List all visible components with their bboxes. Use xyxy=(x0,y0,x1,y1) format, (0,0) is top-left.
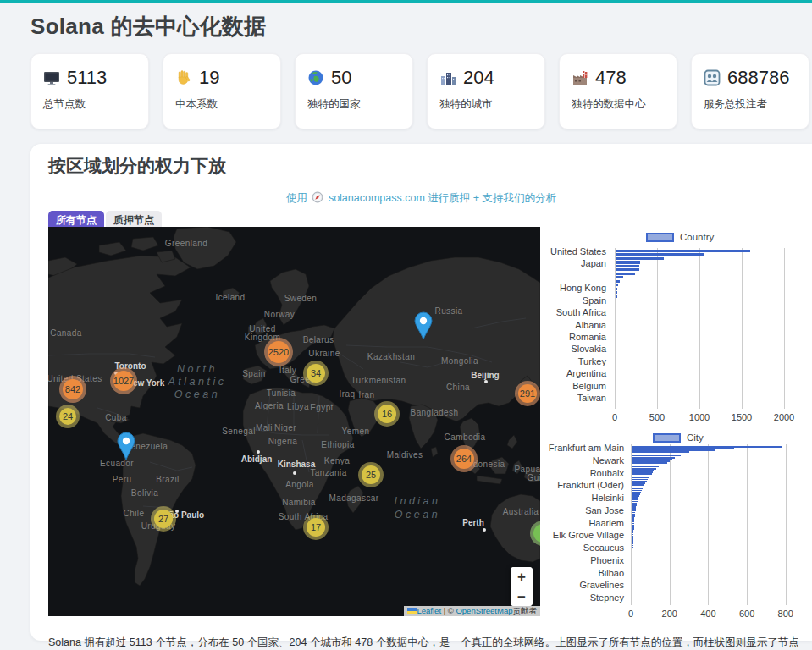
zoom-in-button[interactable]: + xyxy=(511,567,533,587)
country-legend-label: Country xyxy=(680,232,714,242)
map-label: Spain xyxy=(242,369,266,378)
stake-link[interactable]: 使用 solanacompass.com 进行质押 + 支持我们的分析 xyxy=(30,191,812,206)
city-dot xyxy=(484,380,488,383)
y-axis-category-label: Albania xyxy=(575,320,606,330)
marker-cluster[interactable]: 291 xyxy=(515,381,540,406)
bar xyxy=(616,314,616,317)
osm-link[interactable]: OpenStreetMap xyxy=(456,606,512,615)
x-axis-tick-label: 2000 xyxy=(774,412,794,422)
cluster-count: 2520 xyxy=(268,341,290,363)
bar xyxy=(616,322,616,324)
marker-cluster[interactable]: 264 xyxy=(450,445,478,472)
x-axis-tick-label: 1500 xyxy=(732,412,752,422)
map-label: Russia xyxy=(435,306,463,316)
stat-label: 独特的数据中心 xyxy=(572,97,665,112)
map-label: Bangladesh xyxy=(411,408,459,417)
bar xyxy=(616,382,616,384)
bar xyxy=(616,348,616,350)
bar xyxy=(616,295,617,297)
city-chart-legend: City xyxy=(653,432,704,443)
stake-link-prefix: 使用 xyxy=(286,192,307,204)
map-label: Indian xyxy=(394,495,440,507)
factory-icon xyxy=(572,69,588,86)
map-label: Italy xyxy=(279,366,296,375)
bar xyxy=(616,273,635,275)
stake-link-url[interactable]: solanacompass.com xyxy=(329,192,425,204)
leaflet-link[interactable]: Leaflet xyxy=(417,606,442,615)
marker-cluster[interactable]: 27 xyxy=(151,506,176,532)
section-title: 按区域划分的权力下放 xyxy=(48,154,226,178)
map-label: Chile xyxy=(124,509,145,518)
map-label: Peru xyxy=(113,475,132,484)
map-label: Senegal xyxy=(222,427,256,436)
stat-value: 204 xyxy=(463,67,494,89)
map-label: Ocean xyxy=(174,388,220,400)
marker-cluster[interactable]: 17 xyxy=(303,515,329,540)
x-axis-tick-label: 0 xyxy=(612,412,617,422)
y-axis-category-label: Frankfurt (Oder) xyxy=(557,480,624,490)
cluster-count: 27 xyxy=(154,510,173,528)
x-axis-tick-label: 200 xyxy=(662,609,677,619)
summary-caption: Solana 拥有超过 5113 个节点，分布在 50 个国家、204 个城市和… xyxy=(48,636,802,650)
map-label: Cuba xyxy=(105,413,127,422)
map-label: Turkmenistan xyxy=(351,376,406,385)
chart-gridline xyxy=(742,248,743,409)
chart-gridline xyxy=(784,248,785,409)
bar xyxy=(616,268,639,271)
stat-card-4: 478独特的数据中心 xyxy=(559,53,677,129)
y-axis-category-label: Secaucus xyxy=(583,543,624,553)
chart-gridline xyxy=(657,248,658,409)
y-axis-category-label: Turkey xyxy=(578,356,606,366)
y-axis-category-label: Frankfurt am Main xyxy=(549,443,624,453)
chart-gridline xyxy=(699,248,700,409)
map-label: Ethiopia xyxy=(321,440,354,449)
y-axis-category-label: Romania xyxy=(569,332,606,342)
top-accent-bar xyxy=(0,0,812,3)
marker-cluster[interactable]: 25 xyxy=(358,462,384,488)
bar xyxy=(616,291,617,294)
y-axis-category-label: Bilbao xyxy=(598,568,624,578)
map-label: Ukraine xyxy=(308,349,340,358)
y-axis-category-label: Japan xyxy=(581,258,606,268)
bar xyxy=(616,265,639,267)
world-map[interactable]: GreenlandIcelandNorwaySwedenCanadaUnited… xyxy=(48,227,540,616)
zoom-out-button[interactable]: − xyxy=(511,587,533,606)
y-axis-category-label: Elk Grove Village xyxy=(553,530,624,540)
bar xyxy=(616,404,616,406)
map-label: Tunisia xyxy=(267,388,296,398)
marker-cluster[interactable]: 1027 xyxy=(110,367,137,394)
map-label: Mali xyxy=(256,423,273,432)
cluster-count: 264 xyxy=(454,449,474,469)
marker-cluster[interactable]: 24 xyxy=(56,405,80,428)
map-label: North xyxy=(177,363,218,375)
y-axis-category-label: Gravelines xyxy=(579,580,624,590)
country-legend-swatch xyxy=(646,233,674,242)
bar xyxy=(616,397,616,399)
bar xyxy=(616,400,616,403)
map-label: Belarus xyxy=(303,335,334,344)
bar xyxy=(616,333,616,335)
attribution-contributors: 贡献者 xyxy=(513,606,538,615)
globe-icon xyxy=(307,69,324,86)
stat-label: 独特的国家 xyxy=(307,97,400,112)
map-label: Bolivia xyxy=(131,488,158,498)
stakers-icon xyxy=(704,69,721,86)
x-axis-tick-label: 0 xyxy=(628,609,633,619)
map-label: Canada xyxy=(50,328,81,338)
map-label: Iran xyxy=(359,390,375,399)
stat-label: 中本系数 xyxy=(175,97,268,112)
marker-cluster[interactable]: 34 xyxy=(303,361,329,386)
city-dot xyxy=(293,471,296,475)
cluster-count: 25 xyxy=(362,465,380,484)
map-label: Gui xyxy=(528,473,540,482)
x-axis-tick-label: 600 xyxy=(739,609,754,619)
marker-cluster[interactable]: 16 xyxy=(374,401,400,427)
cluster-count: 17 xyxy=(307,518,325,537)
stat-card-0: 5113总节点数 xyxy=(30,53,149,129)
stat-card-3: 204独特的城市 xyxy=(427,53,545,129)
marker-cluster[interactable]: 842 xyxy=(59,376,86,403)
marker-cluster[interactable]: 2520 xyxy=(264,338,293,366)
map-label: Ocean xyxy=(395,509,440,521)
cluster-count: 34 xyxy=(307,364,325,383)
map-label: Perth xyxy=(462,518,484,527)
